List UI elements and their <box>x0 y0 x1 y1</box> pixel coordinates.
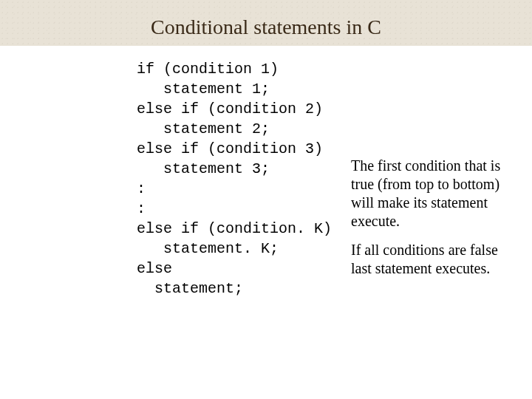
annotation-paragraph-2: If all conditions are false last stateme… <box>351 241 510 278</box>
annotation-paragraph-1: The first condition that is true (from t… <box>351 157 510 231</box>
content-area: if (condition 1) statement 1; else if (c… <box>137 59 528 299</box>
slide-title: Conditional statements in C <box>151 16 381 39</box>
title-bar: Conditional statements in C <box>0 0 532 46</box>
annotation-block: The first condition that is true (from t… <box>351 157 510 288</box>
slide: Conditional statements in C if (conditio… <box>0 0 532 399</box>
